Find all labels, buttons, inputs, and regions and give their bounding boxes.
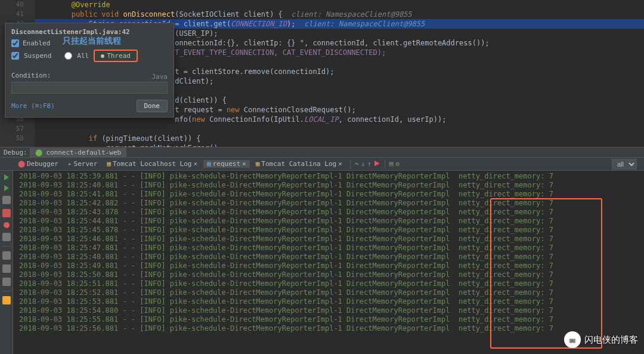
step-over-icon[interactable]: ↷ [355, 160, 359, 168]
tomcat-localhost-tab[interactable]: ▦Tomcat Localhost Log × [103, 160, 201, 168]
suspend-thread-option[interactable]: Thread [94, 50, 138, 62]
log-line: 2018-09-03 18:25:52.881 - - [INFO] pike-… [19, 288, 640, 297]
language-label: Java [152, 73, 168, 81]
line-number[interactable]: 58 [0, 134, 35, 143]
enabled-label: Enabled [23, 39, 50, 47]
request-tab[interactable]: ▦request × [203, 160, 250, 168]
condition-label: Condition: [11, 72, 51, 79]
condition-input[interactable] [11, 82, 168, 94]
log-line: 2018-09-03 18:25:56.881 - - [INFO] pike-… [19, 324, 640, 333]
mute-breakpoints-icon[interactable] [2, 233, 11, 241]
log-line: 2018-09-03 18:25:41.881 - - [INFO] pike-… [19, 190, 640, 199]
rerun-icon[interactable] [4, 185, 9, 191]
server-tab[interactable]: ▸Server [64, 160, 101, 168]
log-line: 2018-09-03 18:25:49.881 - - [INFO] pike-… [19, 261, 640, 270]
watermark-text: 闪电侠的博客 [584, 334, 638, 346]
favorites-icon[interactable] [2, 296, 11, 304]
thread-label: Thread [107, 52, 131, 60]
stop-icon[interactable] [2, 209, 11, 217]
line-number[interactable]: 57 [0, 124, 35, 134]
log-line: 2018-09-03 18:25:54.880 - - [INFO] pike-… [19, 306, 640, 315]
debug-side-toolbar [0, 171, 13, 354]
more-link[interactable]: More (⌘⇧F8) [11, 102, 55, 110]
view-breakpoints-icon[interactable] [4, 222, 10, 228]
code-line: public void onDisconnect(SocketIOClient … [35, 10, 644, 19]
pause-icon[interactable] [2, 196, 11, 204]
debugger-tab[interactable]: ⬤Debugger [14, 160, 62, 168]
log-line: 2018-09-03 18:25:50.881 - - [INFO] pike-… [19, 270, 640, 279]
log-console[interactable]: 2018-09-03 18:25:39.881 - - [INFO] pike-… [13, 171, 640, 350]
popup-title: DisconnectListenerImpl.java:42 [11, 28, 168, 36]
evaluate-icon[interactable]: ▤ [389, 160, 394, 168]
radio-selected-icon [101, 54, 104, 58]
log-line: 2018-09-03 18:25:55.881 - - [INFO] pike-… [19, 315, 640, 324]
debug-config-tab[interactable]: ⬤ connect-default-web [30, 148, 126, 157]
step-into-icon[interactable]: ↓ [361, 160, 365, 168]
log-line: 2018-09-03 18:25:48.881 - - [INFO] pike-… [19, 253, 640, 261]
log-line: 2018-09-03 18:25:46.881 - - [INFO] pike-… [19, 235, 640, 244]
wechat-icon: ✉ [564, 331, 581, 348]
debug-toolwindow-header: Debug: ⬤ connect-default-web [0, 147, 644, 158]
line-number[interactable]: 40 [0, 0, 35, 10]
debug-toolbar: ⬤Debugger ▸Server ▦Tomcat Localhost Log … [0, 158, 644, 171]
all-label: All [77, 52, 89, 60]
log-line: 2018-09-03 18:25:44.881 - - [INFO] pike-… [19, 217, 640, 226]
log-line: 2018-09-03 18:25:43.878 - - [INFO] pike-… [19, 208, 640, 217]
log-line: 2018-09-03 18:25:53.881 - - [INFO] pike-… [19, 297, 640, 306]
log-line: 2018-09-03 18:25:47.881 - - [INFO] pike-… [19, 244, 640, 253]
log-line: 2018-09-03 18:25:51.881 - - [INFO] pike-… [19, 279, 640, 288]
code-line: @Override [35, 0, 644, 10]
restore-layout-icon[interactable] [2, 278, 11, 286]
watermark: ✉ 闪电侠的博客 [564, 331, 638, 348]
enabled-checkbox[interactable] [11, 39, 19, 47]
settings-icon[interactable]: ⚙ [395, 160, 400, 168]
code-line [35, 124, 644, 134]
line-number[interactable]: 41 [0, 10, 35, 19]
log-line: 2018-09-03 18:25:40.881 - - [INFO] pike-… [19, 181, 640, 190]
pin-icon[interactable] [2, 264, 11, 273]
tomcat-catalina-tab[interactable]: ▦Tomcat Catalina Log × [252, 160, 346, 168]
debug-label: Debug: [4, 149, 27, 156]
annotation-suspend-thread: 只挂起当前线程 [63, 36, 121, 47]
suspend-all-radio[interactable] [64, 52, 72, 60]
step-out-icon[interactable]: ↑ [367, 160, 371, 168]
resume-program-icon[interactable] [4, 174, 9, 180]
log-line: 2018-09-03 18:25:39.881 - - [INFO] pike-… [19, 172, 640, 181]
suspend-label: Suspend [24, 52, 51, 60]
log-filter-select[interactable]: all [612, 159, 637, 170]
layout-icon[interactable] [2, 251, 11, 260]
suspend-checkbox[interactable] [11, 52, 19, 60]
log-line: 2018-09-03 18:25:45.878 - - [INFO] pike-… [19, 226, 640, 235]
done-button[interactable]: Done [137, 100, 168, 112]
code-line: if (pingTimeout(client)) { [35, 134, 644, 143]
resume-icon[interactable]: ⯈ [374, 160, 380, 168]
log-line: 2018-09-03 18:25:42.882 - - [INFO] pike-… [19, 199, 640, 208]
